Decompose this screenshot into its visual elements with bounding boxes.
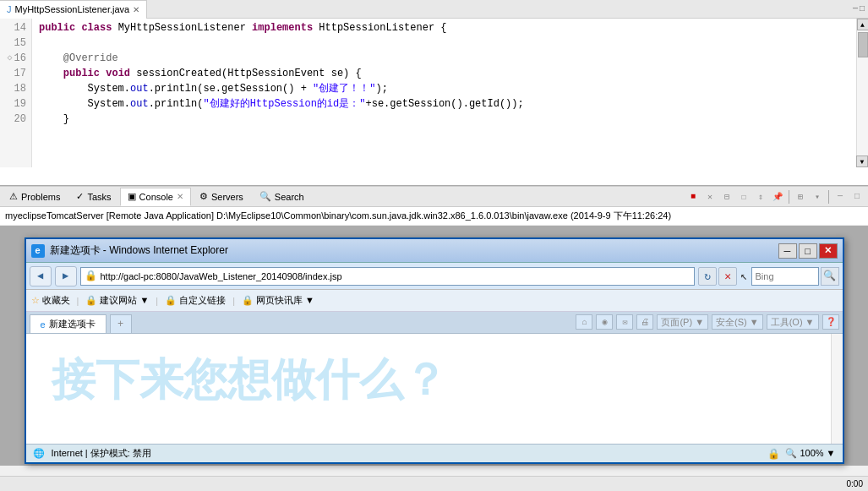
- custom-link-label: 自定义链接: [179, 294, 226, 307]
- eclipse-status-time: 0:00: [847, 479, 863, 488]
- ie-mail-btn[interactable]: ✉: [616, 314, 633, 330]
- ie-maximize-btn[interactable]: □: [799, 243, 817, 259]
- line-numbers: 14 15 ◇16 17 18 19 20: [0, 19, 32, 167]
- scroll-down-btn[interactable]: ▼: [856, 155, 868, 167]
- ie-forward-btn[interactable]: ▶: [55, 266, 77, 286]
- tab-servers[interactable]: ⚙ Servers: [192, 188, 251, 206]
- webslices-icon: 🔒: [242, 295, 254, 306]
- ie-status-bar: 🌐 Internet | 保护模式: 禁用 🔒 🔍 100% ▼: [26, 444, 843, 462]
- gap-area: [0, 226, 868, 236]
- ie-stop-btn[interactable]: ✕: [718, 267, 737, 286]
- ie-page-content: 接下来您想做什么？: [26, 334, 843, 444]
- ie-safety-btn[interactable]: 安全(S) ▼: [712, 314, 763, 330]
- search-label: Search: [275, 192, 304, 202]
- ie-window: e 新建选项卡 - Windows Internet Explorer ─ □ …: [25, 237, 844, 464]
- ie-refresh-btn[interactable]: ↻: [698, 267, 717, 286]
- close-console-icon[interactable]: ✕: [177, 192, 183, 201]
- ie-status-right: 🔒 🔍 100% ▼: [767, 448, 835, 460]
- ie-scrollbar[interactable]: [831, 334, 843, 444]
- tab-console[interactable]: ▣ Console ✕: [120, 188, 191, 206]
- fav-separator2: |: [156, 296, 158, 306]
- ie-titlebar: e 新建选项卡 - Windows Internet Explorer ─ □ …: [26, 239, 843, 263]
- ie-tab-controls: ⌂ ◉ ✉ 🖨 页面(P) ▼ 安全(S) ▼ 工具(O) ▼ ❓: [576, 314, 838, 333]
- ie-favorites-star[interactable]: ☆ 收藏夹: [31, 294, 70, 307]
- file-icon: J: [7, 4, 12, 14]
- ie-back-btn[interactable]: ◀: [30, 266, 52, 286]
- editor-tab[interactable]: J MyHttpSessionListener.java ✕: [0, 0, 147, 19]
- ie-zone-text: Internet | 保护模式: 禁用: [52, 447, 762, 460]
- eclipse-statusbar: 0:00: [0, 476, 868, 491]
- ide-minimize-icon[interactable]: ─: [853, 4, 858, 14]
- tab-search[interactable]: 🔍 Search: [252, 188, 312, 206]
- ide-editor: J MyHttpSessionListener.java ✕ ─ □ 14 15…: [0, 0, 868, 186]
- zoom-value: 100%: [800, 448, 823, 458]
- bottom-tab-bar: ⚠ Problems ✓ Tasks ▣ Console ✕ ⚙ Servers…: [0, 187, 868, 207]
- code-editor-area[interactable]: 14 15 ◇16 17 18 19 20 public class MyHtt…: [0, 19, 868, 167]
- code-scrollbar[interactable]: ▲ ▼: [856, 19, 868, 167]
- tab-problems[interactable]: ⚠ Problems: [2, 188, 68, 206]
- ie-search-area: 🔍: [751, 267, 839, 286]
- tasks-icon: ✓: [76, 191, 84, 202]
- ie-page-btn[interactable]: 页面(P) ▼: [657, 314, 708, 330]
- star-icon: ☆: [31, 295, 40, 306]
- ie-close-btn[interactable]: ✕: [819, 243, 838, 259]
- tab-tasks[interactable]: ✓ Tasks: [68, 188, 118, 206]
- suggested-icon: 🔒: [85, 295, 97, 306]
- ie-search-btn[interactable]: 🔍: [821, 267, 839, 286]
- address-page-icon: 🔒: [85, 270, 97, 282]
- ie-safety-status-icon: 🔒: [767, 448, 780, 460]
- tab-label: MyHttpSessionListener.java: [15, 4, 130, 14]
- open-console-btn[interactable]: ⊞: [793, 189, 808, 205]
- ie-minimize-btn[interactable]: ─: [778, 243, 797, 259]
- ie-print-btn[interactable]: 🖨: [636, 314, 653, 330]
- problems-icon: ⚠: [9, 191, 18, 202]
- ie-cursor-icon: ↖: [740, 269, 747, 283]
- ie-new-tab-btn[interactable]: +: [110, 314, 132, 333]
- panel-min-btn[interactable]: ─: [833, 189, 848, 205]
- ie-tab-icon: e: [41, 319, 46, 330]
- console-view-menu[interactable]: ▾: [810, 189, 825, 205]
- ie-window-buttons: ─ □ ✕: [778, 243, 838, 259]
- ie-zoom-indicator[interactable]: 🔍 100% ▼: [785, 448, 835, 459]
- address-text: http://gacl-pc:8080/JavaWeb_Listener_201…: [101, 271, 691, 281]
- scroll-up-btn[interactable]: ▲: [857, 19, 869, 30]
- disconnect-btn[interactable]: ⊟: [719, 189, 734, 205]
- suggested-label: 建议网站 ▼: [100, 294, 149, 307]
- ie-home-btn[interactable]: ⌂: [576, 314, 592, 330]
- bottom-panel: ⚠ Problems ✓ Tasks ▣ Console ✕ ⚙ Servers…: [0, 186, 868, 226]
- ie-placeholder-text: 接下来您想做什么？: [26, 334, 843, 427]
- servers-label: Servers: [211, 192, 243, 202]
- tasks-label: Tasks: [87, 192, 111, 202]
- scroll-lock-btn[interactable]: ⇕: [753, 189, 768, 205]
- ie-address-bar[interactable]: 🔒 http://gacl-pc:8080/JavaWeb_Listener_2…: [80, 267, 696, 286]
- ie-fav-suggested[interactable]: 🔒 建议网站 ▼: [85, 294, 149, 307]
- code-content: public class MyHttpSessionListener imple…: [32, 19, 856, 167]
- terminate-btn[interactable]: ✕: [702, 189, 718, 205]
- ie-tools-btn[interactable]: 工具(O) ▼: [767, 314, 819, 330]
- stop-btn[interactable]: ■: [685, 189, 701, 205]
- clear-console-btn[interactable]: ☐: [736, 189, 751, 205]
- problems-label: Problems: [21, 192, 60, 202]
- fav-separator3: |: [232, 296, 235, 306]
- ide-maximize-icon[interactable]: □: [860, 4, 865, 14]
- close-tab-icon[interactable]: ✕: [133, 5, 139, 14]
- console-label: Console: [139, 192, 173, 202]
- scroll-thumb[interactable]: [858, 32, 868, 57]
- zoom-dropdown-icon: ▼: [827, 448, 836, 458]
- ie-active-tab[interactable]: e 新建选项卡: [30, 314, 106, 333]
- ie-help-btn[interactable]: ❓: [822, 314, 839, 330]
- ie-tab-label: 新建选项卡: [49, 318, 96, 330]
- zoom-icon: 🔍: [785, 448, 797, 458]
- ie-fav-webslices[interactable]: 🔒 网页快讯库 ▼: [242, 294, 314, 307]
- editor-tab-bar: J MyHttpSessionListener.java ✕ ─ □: [0, 0, 868, 19]
- panel-max-btn[interactable]: □: [849, 189, 865, 205]
- ie-feeds-btn[interactable]: ◉: [596, 314, 613, 330]
- console-toolbar: ■ ✕ ⊟ ☐ ⇕ 📌 ⊞ ▾ ─ □: [685, 189, 868, 205]
- ie-logo-icon: e: [31, 244, 45, 258]
- pin-console-btn[interactable]: 📌: [770, 189, 785, 205]
- ie-search-input[interactable]: [751, 267, 819, 286]
- custom-link-icon: 🔒: [165, 295, 177, 306]
- ie-favorites-bar: ☆ 收藏夹 | 🔒 建议网站 ▼ | 🔒 自定义链接 | 🔒 网页快讯库 ▼: [26, 290, 843, 312]
- ie-fav-custom-link[interactable]: 🔒 自定义链接: [165, 294, 226, 307]
- ie-tab-bar: e 新建选项卡 + ⌂ ◉ ✉ 🖨 页面(P) ▼ 安全(S) ▼ 工具(O) …: [26, 312, 843, 334]
